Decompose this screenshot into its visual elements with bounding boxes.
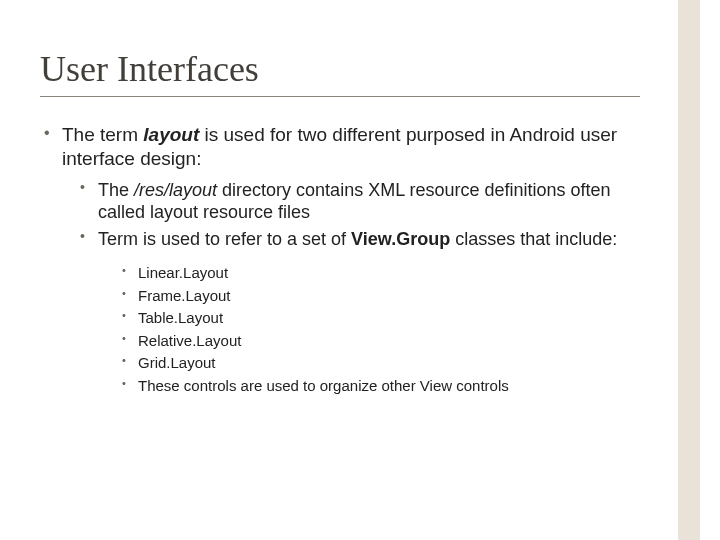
text-run-italic: /res/layout	[134, 180, 217, 200]
list-item: Grid.Layout	[118, 352, 656, 375]
title-underline	[40, 96, 640, 97]
list-item: Term is used to refer to a set of View.G…	[76, 228, 656, 398]
text-run: Relative.Layout	[138, 332, 241, 349]
bullet-list-level-3: Linear.Layout Frame.Layout Table.Layout …	[98, 262, 656, 397]
list-item: Table.Layout	[118, 307, 656, 330]
list-item: The /res/layout directory contains XML r…	[76, 179, 656, 224]
list-item: Relative.Layout	[118, 330, 656, 353]
text-run: The term	[62, 124, 143, 145]
text-run: Frame.Layout	[138, 287, 231, 304]
list-item: Frame.Layout	[118, 285, 656, 308]
text-run-emphasis: layout	[143, 124, 199, 145]
list-item: These controls are used to organize othe…	[118, 375, 656, 398]
text-run-bold: View.Group	[351, 229, 450, 249]
text-run: Grid.Layout	[138, 354, 216, 371]
text-run: Table.Layout	[138, 309, 223, 326]
list-item: Linear.Layout	[118, 262, 656, 285]
text-run: Term is used to refer to a set of	[98, 229, 351, 249]
text-run: These controls are used to organize othe…	[138, 377, 509, 394]
list-item: The term layout is used for two differen…	[40, 123, 656, 397]
text-run: The	[98, 180, 134, 200]
slide: User Interfaces The term layout is used …	[0, 0, 720, 540]
text-run: classes that include:	[450, 229, 617, 249]
bullet-list-level-1: The term layout is used for two differen…	[40, 123, 656, 397]
bullet-list-level-2: The /res/layout directory contains XML r…	[62, 179, 656, 398]
text-run: Linear.Layout	[138, 264, 228, 281]
slide-title: User Interfaces	[40, 48, 656, 90]
